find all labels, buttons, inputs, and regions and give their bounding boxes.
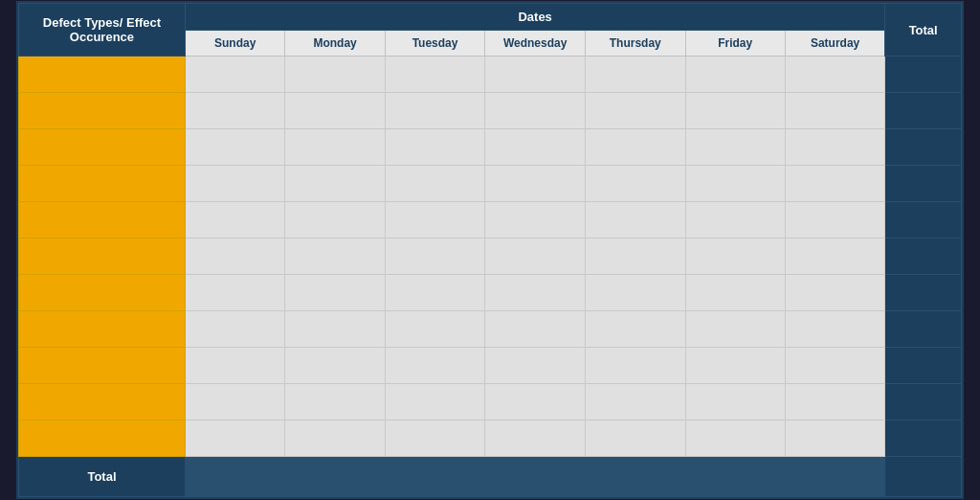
day-cell[interactable] [285,348,385,384]
defect-cell[interactable] [19,275,186,311]
day-cell[interactable] [685,93,785,129]
day-cell[interactable] [385,311,484,348]
defect-cell[interactable] [19,166,186,202]
day-cell[interactable] [385,239,484,275]
row-total-cell[interactable] [885,311,962,348]
table-row[interactable] [19,275,962,311]
day-cell[interactable] [185,239,284,275]
table-row[interactable] [19,129,962,166]
day-cell[interactable] [785,348,885,384]
table-row[interactable] [19,348,962,384]
day-cell[interactable] [485,57,586,93]
day-cell[interactable] [585,311,685,348]
day-cell[interactable] [385,129,484,166]
total-day-cell[interactable] [185,457,284,497]
day-cell[interactable] [785,275,885,311]
total-day-cell[interactable] [285,457,385,497]
day-cell[interactable] [285,239,385,275]
defect-cell[interactable] [19,239,186,275]
day-cell[interactable] [585,57,685,93]
day-cell[interactable] [485,202,586,239]
day-cell[interactable] [485,420,586,457]
table-row[interactable] [19,239,962,275]
day-cell[interactable] [485,239,586,275]
day-cell[interactable] [485,348,586,384]
row-total-cell[interactable] [885,129,962,166]
defect-cell[interactable] [19,420,186,457]
day-cell[interactable] [285,129,385,166]
table-row[interactable] [19,93,962,129]
defect-cell[interactable] [19,348,186,384]
defect-cell[interactable] [19,384,186,420]
day-cell[interactable] [685,384,785,420]
day-cell[interactable] [185,275,284,311]
day-cell[interactable] [185,384,284,420]
defect-cell[interactable] [19,202,186,239]
day-cell[interactable] [685,311,785,348]
day-cell[interactable] [685,57,785,93]
day-cell[interactable] [285,202,385,239]
row-total-cell[interactable] [885,166,962,202]
day-cell[interactable] [385,202,484,239]
day-cell[interactable] [785,93,885,129]
day-cell[interactable] [585,93,685,129]
defect-cell[interactable] [19,57,186,93]
day-cell[interactable] [585,202,685,239]
day-cell[interactable] [485,93,586,129]
total-day-cell[interactable] [685,457,785,497]
day-cell[interactable] [485,166,586,202]
day-cell[interactable] [785,420,885,457]
day-cell[interactable] [485,129,586,166]
table-row[interactable] [19,311,962,348]
day-cell[interactable] [685,275,785,311]
day-cell[interactable] [485,384,586,420]
row-total-cell[interactable] [885,57,962,93]
day-cell[interactable] [185,348,284,384]
day-cell[interactable] [385,57,484,93]
day-cell[interactable] [285,311,385,348]
table-row[interactable] [19,202,962,239]
defect-cell[interactable] [19,93,186,129]
row-total-cell[interactable] [885,275,962,311]
day-cell[interactable] [585,348,685,384]
day-cell[interactable] [285,57,385,93]
day-cell[interactable] [585,420,685,457]
day-cell[interactable] [185,202,284,239]
day-cell[interactable] [385,166,484,202]
day-cell[interactable] [685,166,785,202]
day-cell[interactable] [585,166,685,202]
day-cell[interactable] [185,420,284,457]
total-day-cell[interactable] [485,457,586,497]
day-cell[interactable] [285,275,385,311]
day-cell[interactable] [585,239,685,275]
table-row[interactable] [19,420,962,457]
total-day-cell[interactable] [385,457,484,497]
row-total-cell[interactable] [885,420,962,457]
day-cell[interactable] [185,311,284,348]
day-cell[interactable] [785,202,885,239]
day-cell[interactable] [785,57,885,93]
day-cell[interactable] [785,311,885,348]
day-cell[interactable] [585,129,685,166]
day-cell[interactable] [185,166,284,202]
day-cell[interactable] [285,420,385,457]
day-cell[interactable] [285,384,385,420]
day-cell[interactable] [785,239,885,275]
total-day-cell[interactable] [585,457,685,497]
day-cell[interactable] [585,275,685,311]
table-row[interactable] [19,166,962,202]
day-cell[interactable] [185,57,284,93]
grand-total-cell[interactable] [885,457,962,497]
day-cell[interactable] [485,311,586,348]
day-cell[interactable] [485,275,586,311]
day-cell[interactable] [685,239,785,275]
day-cell[interactable] [785,384,885,420]
day-cell[interactable] [185,93,284,129]
day-cell[interactable] [685,420,785,457]
defect-cell[interactable] [19,129,186,166]
day-cell[interactable] [285,166,385,202]
day-cell[interactable] [385,275,484,311]
day-cell[interactable] [685,348,785,384]
day-cell[interactable] [185,129,284,166]
day-cell[interactable] [385,348,484,384]
